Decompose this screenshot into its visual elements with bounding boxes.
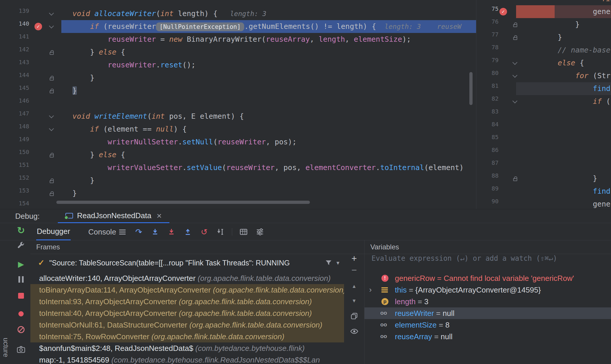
line-number: 148 — [9, 123, 29, 136]
line-number: 138 — [9, 0, 29, 7]
step-over-icon[interactable]: ↷ — [134, 227, 144, 237]
copy-frames-icon[interactable] — [344, 310, 364, 322]
move-down-button[interactable]: ▼ — [344, 295, 364, 307]
fold-chevron-icon[interactable] — [49, 24, 54, 29]
fold-chevron-icon[interactable] — [513, 73, 518, 78]
fold-end-icon — [50, 155, 54, 158]
parameter-icon: p — [381, 298, 388, 305]
fold-chevron-icon[interactable] — [49, 11, 54, 16]
code-text: writerNullSetter.setNull(reuseWriter, po… — [72, 136, 297, 148]
debug-session-tab[interactable]: ReadJsonNestedData × — [58, 209, 169, 223]
hide-frames-filter-icon[interactable] — [325, 260, 332, 266]
code-line: 82 if ( — [476, 95, 611, 108]
line-number: 81 — [482, 82, 499, 95]
line-number: 146 — [9, 97, 29, 110]
evaluate-expression-input[interactable]: Evaluate expression (↵) or add a watch (… — [364, 254, 611, 271]
tab-debugger[interactable]: Debugger — [36, 223, 71, 240]
line-number: 144 — [9, 71, 29, 84]
frame-row[interactable]: toInternal:93, ArrayObjectArrayConverter… — [30, 296, 344, 307]
fold-chevron-icon[interactable] — [49, 113, 54, 118]
mute-breakpoints-button[interactable] — [15, 324, 27, 335]
vertical-scrollbar[interactable] — [469, 72, 473, 105]
horizontal-scrollbar[interactable] — [56, 201, 310, 204]
resume-button[interactable]: ▶ — [15, 258, 27, 270]
code-text: } else { — [72, 46, 125, 59]
code-line: 86 — [476, 146, 611, 159]
line-number: 149 — [9, 136, 29, 148]
frame-row[interactable]: allocateWriter:140, ArrayObjectArrayConv… — [30, 272, 344, 284]
code-line: 140✓ if (reuseWriter[NullPointerExceptio… — [0, 20, 476, 33]
breakpoint-icon[interactable]: ✓ — [34, 23, 42, 30]
code-line: 143 reuseWriter.reset(); — [0, 59, 476, 71]
variable-row[interactable]: ooelementSize = 8 — [364, 319, 611, 331]
line-number: 85 — [482, 134, 499, 146]
fold-chevron-icon[interactable] — [513, 60, 518, 65]
stop-button[interactable] — [15, 290, 27, 302]
code-line: 149 writerNullSetter.setNull(reuseWriter… — [0, 136, 476, 148]
variable-row[interactable]: ooreuseArray = null — [364, 331, 611, 342]
run-to-cursor-icon[interactable] — [216, 227, 225, 237]
code-text: if ( — [523, 95, 610, 108]
thread-selector[interactable]: ✓ "Source: TableSourceScan(table=[[...ro… — [30, 254, 344, 271]
error-icon: ! — [381, 275, 388, 282]
variable-row[interactable]: ›this = {ArrayObjectArrayConverter@14595… — [364, 284, 611, 296]
rerun-button[interactable]: ↻ — [15, 225, 27, 236]
wrench-settings-icon[interactable] — [15, 240, 27, 251]
code-text: } — [72, 187, 77, 200]
step-out-icon[interactable] — [183, 227, 193, 237]
structure-tool-stripe-label[interactable]: ucture — [2, 338, 10, 357]
expand-chevron-icon[interactable]: › — [369, 284, 372, 295]
move-up-button[interactable]: ▲ — [344, 281, 364, 292]
fold-chevron-icon[interactable] — [513, 99, 518, 104]
code-text: reuseWriter = new BinaryArrayWriter(reus… — [72, 33, 411, 46]
frame-row[interactable]: toInternal:75, RowRowConverter (org.apac… — [30, 331, 344, 342]
layout-menu-icon[interactable] — [119, 230, 126, 235]
breakpoint-icon[interactable]: ✓ — [499, 8, 507, 15]
code-line: 151 writerValueSetter.setValue(reuseWrit… — [0, 161, 476, 174]
debug-tab-row: Debug: ReadJsonNestedData × — [0, 209, 611, 223]
code-line: 141 reuseWriter = new BinaryArrayWriter(… — [0, 33, 476, 46]
pause-button[interactable] — [15, 274, 27, 285]
add-watch-button[interactable]: + — [344, 253, 364, 264]
line-number: 150 — [9, 148, 29, 161]
frame-row[interactable]: toInternalOrNull:61, DataStructureConver… — [30, 319, 344, 331]
view-breakpoints-button[interactable] — [15, 308, 27, 320]
code-line: 142 } else { — [0, 46, 476, 59]
line-number: 83 — [482, 108, 499, 121]
step-into-icon[interactable] — [150, 227, 160, 237]
frame-row[interactable]: toBinaryArrayData:114, ArrayObjectArrayC… — [30, 284, 344, 296]
tab-console[interactable]: Console — [88, 223, 117, 240]
variables-panel: Variables Evaluate expression (↵) or add… — [364, 240, 611, 364]
code-line: 85 — [476, 134, 611, 146]
view-options-icon[interactable] — [255, 227, 265, 237]
fold-end-icon — [50, 193, 54, 196]
variable-name: elementSize — [395, 321, 437, 329]
force-step-into-icon[interactable] — [166, 227, 176, 237]
camera-snapshot-icon[interactable] — [15, 344, 27, 355]
debug-tab-title: ReadJsonNestedData — [77, 211, 151, 220]
frame-row[interactable]: map:-1, 1541854569 (com.bytedance.byteho… — [30, 354, 344, 364]
thread-dropdown-chevron-icon[interactable]: ▾ — [336, 259, 339, 266]
close-icon[interactable]: × — [157, 211, 162, 220]
variable-row[interactable]: !genericRow = Cannot find local variable… — [364, 272, 611, 284]
reset-frame-icon[interactable]: ↺ — [199, 227, 209, 237]
fold-end-icon — [513, 178, 517, 181]
ide-window: 138139void allocateWriter(int length) { … — [0, 0, 611, 364]
watches-eye-icon[interactable] — [344, 326, 364, 337]
code-text: } — [523, 18, 580, 31]
line-number: 139 — [9, 7, 29, 20]
frames-header: Frames — [30, 240, 344, 254]
object-icon — [381, 287, 388, 293]
code-text: find — [523, 185, 610, 198]
variable-row[interactable]: plength = 3 — [364, 296, 611, 307]
frame-row[interactable]: toInternal:40, ArrayObjectArrayConverter… — [30, 307, 344, 319]
remove-watch-button[interactable]: − — [344, 264, 364, 276]
thread-running-check-icon: ✓ — [38, 258, 45, 267]
code-line: 76 } — [476, 18, 611, 31]
frame-row[interactable]: $anonfun$main$2:48, ReadJsonNestedData$ … — [30, 342, 344, 354]
line-number: 141 — [9, 33, 29, 46]
variable-row[interactable]: ooreuseWriter = null — [364, 307, 611, 319]
code-text: } — [72, 174, 94, 187]
fold-chevron-icon[interactable] — [49, 126, 54, 131]
threads-view-icon[interactable] — [239, 227, 249, 237]
